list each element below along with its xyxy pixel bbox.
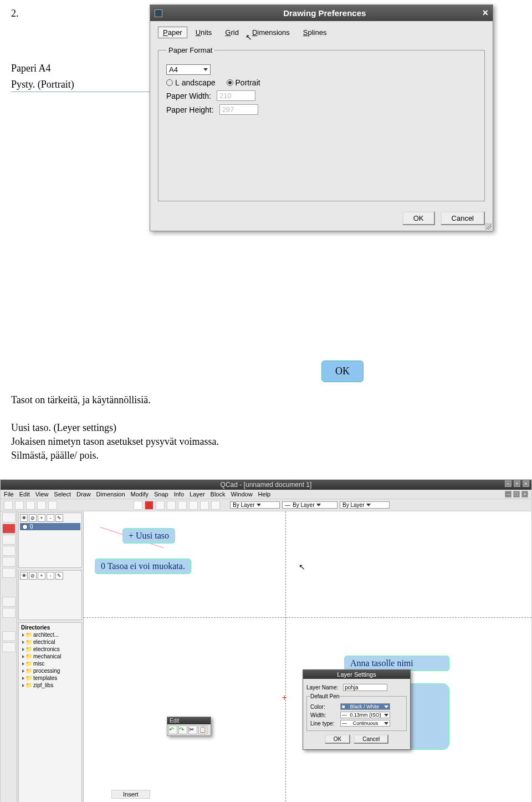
menu-dimension[interactable]: Dimension — [96, 491, 125, 498]
note-new-layer: + Uusi taso — [122, 528, 175, 544]
add-layer-button[interactable]: + — [38, 514, 45, 522]
tool-icon[interactable] — [2, 608, 16, 618]
tab-splines[interactable]: Splines — [298, 27, 332, 38]
menu-view[interactable]: View — [35, 491, 49, 498]
edit-button[interactable]: ✎ — [55, 572, 63, 580]
menu-edit[interactable]: Edit — [19, 491, 30, 498]
tool-icon[interactable] — [2, 642, 16, 652]
paper-height-label: Paper Height: — [166, 105, 214, 114]
dir-item[interactable]: 📁templates — [20, 674, 80, 682]
qcad-title: QCad - [unnamed document 1] — [221, 481, 312, 489]
dir-item[interactable]: 📁architect... — [20, 631, 80, 638]
hide-icon[interactable]: ⊘ — [29, 514, 37, 522]
undo-icon[interactable]: ↶ — [168, 725, 177, 734]
add-button[interactable]: + — [38, 572, 45, 580]
tool-icon[interactable] — [2, 557, 16, 567]
menu-window[interactable]: Window — [231, 491, 252, 498]
linetype-combo[interactable]: By Layer — [340, 501, 390, 509]
linewidth-combo[interactable]: —By Layer — [282, 501, 337, 509]
cut-icon[interactable]: ✂ — [188, 725, 197, 734]
doc-close-icon[interactable]: × — [521, 491, 528, 498]
tool-icon[interactable] — [2, 512, 16, 522]
menu-snap[interactable]: Snap — [154, 491, 168, 498]
doc-min-icon[interactable]: – — [505, 491, 511, 498]
dir-item[interactable]: 📁misc — [20, 660, 80, 667]
tool-icon[interactable] — [26, 501, 35, 510]
tool-icon[interactable] — [2, 631, 16, 641]
ok-button[interactable]: OK — [402, 211, 435, 225]
paste-icon[interactable]: 📋 — [198, 725, 207, 734]
layer-0-row[interactable]: 0 — [20, 523, 80, 530]
menu-layer[interactable]: Layer — [190, 491, 205, 498]
edit-layer-button[interactable]: ✎ — [55, 514, 63, 522]
tab-grid[interactable]: Grid — [220, 27, 244, 38]
edit-toolbox[interactable]: Edit ↶ ↷ ✂ 📋 — [167, 717, 211, 736]
menu-help[interactable]: Help — [258, 491, 271, 498]
tool-icon[interactable] — [134, 501, 142, 510]
origin-icon: + — [282, 693, 289, 699]
pen-linetype-select[interactable]: —Continuous — [340, 720, 390, 727]
tool-icon[interactable] — [167, 501, 176, 510]
pen-width-select[interactable]: —0.13mm (ISO) — [340, 712, 390, 718]
dir-item[interactable]: 📁mechanical — [20, 653, 80, 660]
dir-item[interactable]: 📁processing — [20, 667, 80, 674]
tool-icon[interactable] — [178, 501, 187, 510]
menu-file[interactable]: File — [4, 491, 14, 498]
layer-name-label: Layer Name: — [306, 684, 340, 691]
tool-icon[interactable] — [48, 501, 57, 510]
dir-item[interactable]: 📁zipf_libs — [20, 682, 80, 689]
qcad-window: QCad - [unnamed document 1] – + × File E… — [0, 479, 532, 802]
menu-modify[interactable]: Modify — [131, 491, 149, 498]
redo-icon[interactable]: ↷ — [178, 725, 187, 734]
resize-grip-icon[interactable] — [485, 223, 492, 230]
doc-restore-icon[interactable]: □ — [513, 491, 520, 498]
hide-icon[interactable]: ⊘ — [29, 572, 37, 580]
paper-height-input[interactable]: 297 — [219, 104, 258, 115]
tool-icon[interactable] — [2, 568, 16, 578]
tool-icon[interactable] — [37, 501, 46, 510]
eye-icon[interactable]: 👁 — [20, 572, 28, 580]
tool-icon[interactable] — [4, 501, 13, 510]
remove-layer-button[interactable]: - — [47, 514, 54, 522]
pen-color-select[interactable]: ■Black / White — [340, 703, 390, 710]
tool-icon[interactable] — [189, 501, 198, 510]
default-pen-legend: Default Pen — [310, 693, 339, 699]
tool-icon[interactable] — [2, 597, 16, 607]
tool-icon[interactable] — [2, 535, 16, 545]
tool-icon[interactable] — [2, 524, 16, 534]
tab-dimensions[interactable]: Dimensions — [247, 27, 295, 38]
tool-icon[interactable] — [15, 501, 24, 510]
menu-select[interactable]: Select — [54, 491, 71, 498]
color-combo[interactable]: By Layer — [230, 501, 280, 509]
dir-item[interactable]: 📁electronics — [20, 646, 80, 653]
dir-item[interactable]: 📁electrical — [20, 638, 80, 646]
tab-units[interactable]: Units — [191, 27, 217, 38]
paper-size-select[interactable]: A4 — [166, 64, 211, 75]
tool-icon[interactable] — [145, 501, 154, 510]
tab-paper[interactable]: Paper — [158, 27, 187, 38]
minimize-icon[interactable]: – — [505, 480, 511, 487]
menu-info[interactable]: Info — [174, 491, 184, 498]
eye-icon[interactable]: 👁 — [20, 514, 28, 522]
layer-cancel-button[interactable]: Cancel — [354, 734, 388, 744]
layer-settings-title: Layer Settings — [303, 670, 410, 679]
remove-button[interactable]: - — [47, 572, 54, 580]
tool-icon[interactable] — [211, 501, 220, 510]
menu-draw[interactable]: Draw — [76, 491, 91, 498]
portrait-radio[interactable]: Portrait — [227, 78, 260, 87]
cancel-button[interactable]: Cancel — [441, 211, 485, 225]
close-icon[interactable]: × — [523, 480, 529, 487]
menu-block[interactable]: Block — [211, 491, 226, 498]
visibility-icon[interactable] — [22, 524, 28, 530]
maximize-icon[interactable]: + — [514, 480, 520, 487]
landscape-radio[interactable]: Landscape — [166, 78, 216, 87]
tool-icon[interactable] — [156, 501, 165, 510]
tool-icon[interactable] — [200, 501, 209, 510]
drawing-canvas[interactable]: + ↖ + Uusi taso 0 Tasoa ei voi muokata. … — [84, 511, 531, 802]
paper-width-input[interactable]: 210 — [217, 90, 255, 101]
close-icon[interactable]: × — [482, 7, 488, 19]
layer-ok-button[interactable]: OK — [325, 734, 350, 744]
tool-icon[interactable] — [2, 546, 16, 556]
layer-name-input[interactable]: pohja — [343, 684, 387, 691]
left-toolbar — [1, 511, 17, 802]
